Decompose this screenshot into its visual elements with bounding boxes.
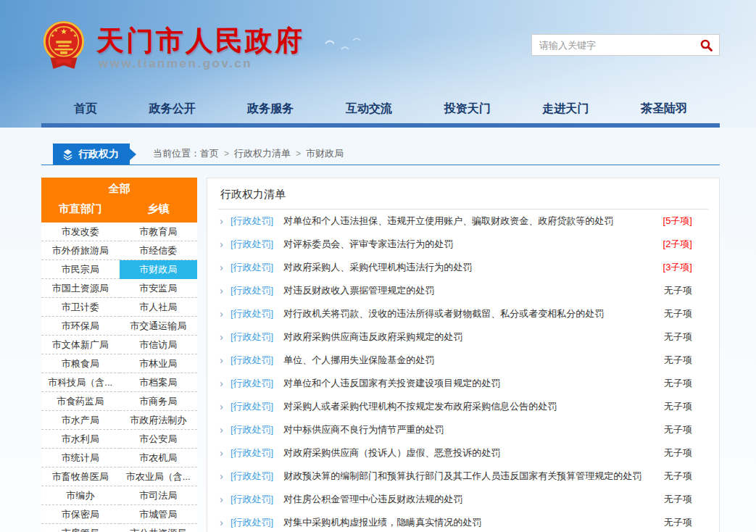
- department-item[interactable]: 市环保局: [41, 317, 120, 336]
- main-panel: 行政权力清单 ›[行政处罚]对单位和个人违法担保、违规开立使用账户、骗取财政资金…: [207, 178, 720, 532]
- department-item[interactable]: 市农机局: [120, 449, 198, 467]
- department-item[interactable]: 市科技局（含...: [41, 373, 120, 392]
- department-item[interactable]: 市档案局: [120, 373, 198, 392]
- list-item[interactable]: ›[行政处罚]对中标供应商不良行为情节严重的处罚无子项: [218, 418, 708, 441]
- item-category[interactable]: [行政处罚]: [230, 238, 273, 251]
- chevron-right-icon: ›: [220, 447, 223, 458]
- list-item[interactable]: ›[行政处罚]对行政机关将罚款、没收的违法所得或者财物截留、私分或者变相私分的处…: [218, 302, 708, 325]
- list-item[interactable]: ›[行政处罚]对评标委员会、评审专家违法行为的处罚[2子项]: [218, 233, 708, 256]
- item-category[interactable]: [行政处罚]: [230, 493, 273, 506]
- department-item[interactable]: 市保密局: [41, 505, 120, 524]
- item-category[interactable]: [行政处罚]: [230, 261, 273, 274]
- list-item[interactable]: ›[行政处罚]对违反财政收入票据管理规定的处罚无子项: [218, 279, 708, 302]
- nav-item-0[interactable]: 首页: [74, 101, 97, 117]
- list-item[interactable]: ›[行政处罚]对采购人或者采购代理机构不按规定发布政府采购信息公告的处罚无子项: [218, 395, 708, 418]
- list-item[interactable]: ›[行政处罚]对政府采购供应商（投诉人）虚假、恶意投诉的处罚无子项: [218, 441, 708, 465]
- department-item[interactable]: 市农业局（含...: [120, 467, 198, 486]
- item-title[interactable]: 对评标委员会、评审专家违法行为的处罚: [283, 238, 655, 251]
- breadcrumb-separator: >: [224, 149, 229, 159]
- item-category[interactable]: [行政处罚]: [230, 215, 273, 228]
- item-title[interactable]: 对采购人或者采购代理机构不按规定发布政府采购信息公告的处罚: [283, 400, 657, 413]
- department-item[interactable]: 市外侨旅游局: [41, 241, 120, 260]
- main-nav: 首页政务公开政务服务互动交流投资天门走进天门茶圣陆羽: [41, 94, 720, 123]
- department-item-selected[interactable]: 市财政局: [120, 260, 198, 279]
- sidebar: 全部 市直部门 乡镇 市发改委市教育局市外侨旅游局市经信委市民宗局市财政局市国土…: [41, 178, 197, 532]
- site-logo[interactable]: ★ ★ ★ ★ ★ 天门市人民政府 www.tianmen.gov.cn: [41, 20, 304, 73]
- department-item[interactable]: 市林业局: [120, 354, 198, 373]
- item-category[interactable]: [行政处罚]: [230, 470, 273, 483]
- department-item[interactable]: 市安监局: [120, 279, 198, 298]
- item-title[interactable]: 对行政机关将罚款、没收的违法所得或者财物截留、私分或者变相私分的处罚: [283, 307, 657, 320]
- department-item[interactable]: 市政府法制办: [120, 411, 198, 430]
- nav-item-2[interactable]: 政务服务: [247, 101, 294, 117]
- item-category[interactable]: [行政处罚]: [230, 307, 273, 320]
- list-item[interactable]: ›[行政处罚]财政预决算的编制部门和预算执行部门及其工作人员违反国家有关预算管理…: [218, 465, 708, 488]
- list-item[interactable]: ›[行政处罚]对住房公积金管理中心违反财政法规的处罚无子项: [218, 488, 708, 511]
- department-item[interactable]: 市国土资源局: [41, 279, 120, 298]
- nav-item-5[interactable]: 走进天门: [542, 101, 589, 117]
- chevron-right-icon: ›: [220, 354, 223, 365]
- item-title[interactable]: 对单位和个人违反国家有关投资建设项目规定的处罚: [283, 377, 657, 390]
- item-title[interactable]: 单位、个人挪用失业保险基金的处罚: [283, 354, 657, 367]
- item-title[interactable]: 财政预决算的编制部门和预算执行部门及其工作人员违反国家有关预算管理规定的处罚: [283, 470, 657, 483]
- item-category[interactable]: [行政处罚]: [230, 400, 273, 413]
- department-item[interactable]: 市民宗局: [41, 260, 120, 279]
- department-item[interactable]: 市文体新广局: [41, 336, 120, 354]
- item-title[interactable]: 对中标供应商不良行为情节严重的处罚: [283, 423, 657, 436]
- breadcrumb-link-home[interactable]: 首页: [200, 148, 219, 159]
- department-item[interactable]: 市交通运输局: [120, 317, 198, 336]
- department-item[interactable]: 市水产局: [41, 411, 120, 430]
- item-category[interactable]: [行政处罚]: [230, 446, 273, 460]
- list-item[interactable]: ›[行政处罚]单位、个人挪用失业保险基金的处罚无子项: [218, 349, 708, 372]
- search-input[interactable]: [532, 40, 693, 51]
- department-item[interactable]: 市商务局: [120, 392, 198, 411]
- department-item[interactable]: 市司法局: [120, 486, 198, 505]
- item-category[interactable]: [行政处罚]: [230, 331, 273, 344]
- item-category[interactable]: [行政处罚]: [230, 377, 273, 390]
- department-item[interactable]: 市发改委: [41, 223, 120, 241]
- department-item[interactable]: 市信访局: [120, 336, 198, 354]
- department-item[interactable]: 市经信委: [120, 241, 198, 260]
- sidebar-all-filter[interactable]: 全部: [41, 178, 197, 197]
- department-item[interactable]: 市畜牧兽医局: [41, 467, 120, 486]
- department-item[interactable]: 市教育局: [120, 223, 198, 241]
- list-item[interactable]: ›[行政处罚]对政府采购供应商违反政府采购规定的处罚无子项: [218, 325, 708, 349]
- item-title[interactable]: 对单位和个人违法担保、违规开立使用账户、骗取财政资金、政府贷款等的处罚: [283, 215, 655, 228]
- department-item[interactable]: 市公安局: [120, 430, 198, 449]
- item-title[interactable]: 对住房公积金管理中心违反财政法规的处罚: [283, 493, 657, 506]
- list-item[interactable]: ›[行政处罚]对政府采购人、采购代理机构违法行为的处罚[3子项]: [218, 256, 708, 279]
- item-title[interactable]: 对政府采购人、采购代理机构违法行为的处罚: [283, 261, 655, 274]
- item-category[interactable]: [行政处罚]: [230, 354, 273, 367]
- breadcrumb-link-power-list[interactable]: 行政权力清单: [234, 148, 291, 159]
- department-item[interactable]: 市公共资源局: [120, 524, 198, 532]
- department-item[interactable]: 市人社局: [120, 298, 198, 317]
- department-item[interactable]: 市统计局: [41, 449, 120, 467]
- item-category[interactable]: [行政处罚]: [230, 284, 273, 297]
- tab-city-departments[interactable]: 市直部门: [41, 197, 120, 223]
- nav-item-6[interactable]: 茶圣陆羽: [641, 101, 687, 117]
- department-item[interactable]: 市编办: [41, 486, 120, 505]
- item-category[interactable]: [行政处罚]: [230, 423, 273, 436]
- nav-item-4[interactable]: 投资天门: [444, 101, 491, 117]
- tab-townships[interactable]: 乡镇: [120, 197, 198, 223]
- item-subcount: 无子项: [664, 493, 692, 506]
- list-item[interactable]: ›[行政处罚]对单位和个人违反国家有关投资建设项目规定的处罚无子项: [218, 372, 708, 395]
- search-button[interactable]: [693, 35, 719, 55]
- department-item[interactable]: 市水利局: [41, 430, 120, 449]
- nav-item-1[interactable]: 政务公开: [149, 101, 196, 117]
- list-item[interactable]: ›[行政处罚]对集中采购机构虚报业绩，隐瞒真实情况的处罚无子项: [218, 511, 708, 532]
- nav-item-3[interactable]: 互动交流: [346, 101, 392, 117]
- department-item[interactable]: 市粮食局: [41, 354, 120, 373]
- item-title[interactable]: 对政府采购供应商违反政府采购规定的处罚: [283, 331, 657, 344]
- department-item[interactable]: 市卫计委: [41, 298, 120, 317]
- item-title[interactable]: 对违反财政收入票据管理规定的处罚: [283, 284, 657, 297]
- department-item[interactable]: 市食药监局: [41, 392, 120, 411]
- item-title[interactable]: 对集中采购机构虚报业绩，隐瞒真实情况的处罚: [283, 516, 657, 529]
- item-category[interactable]: [行政处罚]: [230, 516, 273, 529]
- department-item[interactable]: 市房管局: [41, 524, 120, 532]
- section-badge[interactable]: 行政权力: [53, 144, 130, 165]
- item-title[interactable]: 对政府采购供应商（投诉人）虚假、恶意投诉的处罚: [283, 446, 657, 460]
- department-item[interactable]: 市城管局: [120, 505, 198, 524]
- item-subcount: [5子项]: [663, 215, 692, 228]
- list-item[interactable]: ›[行政处罚]对单位和个人违法担保、违规开立使用账户、骗取财政资金、政府贷款等的…: [218, 209, 708, 233]
